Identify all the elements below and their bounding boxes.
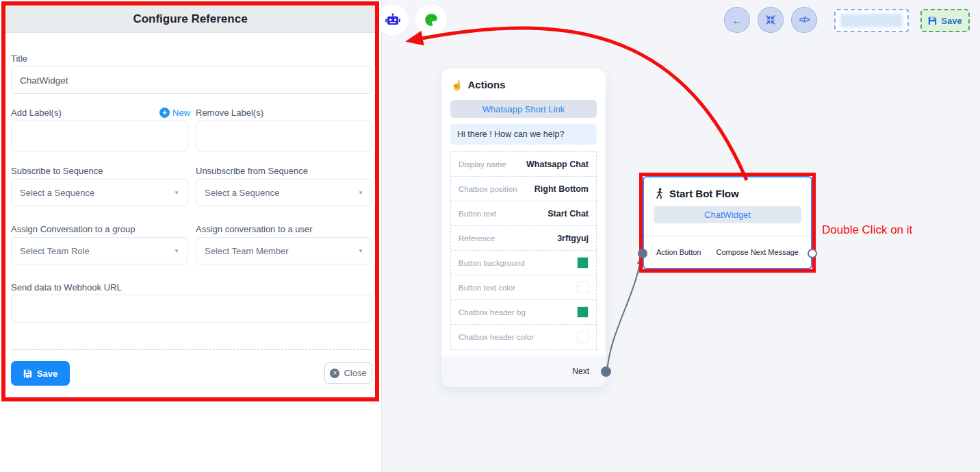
close-circle-icon: × [330,369,339,378]
save-button-label: Save [37,369,57,379]
unsubscribe-sequence-select[interactable]: Select a Sequence ▼ [196,179,372,206]
start-bot-flow-annotation-frame: Start Bot Flow ChatWidget Action Button … [639,173,816,273]
unsubscribe-sequence-label: Unsubscribe from Sequence [196,166,308,176]
add-labels-label: Add Label(s) [11,108,62,118]
assign-user-value: Select Team Member [205,246,289,256]
floppy-save-icon [928,16,937,25]
footer-divider [11,349,372,350]
flow-name-input[interactable] [834,9,909,32]
config-row-display-name: Display name Whatsapp Chat [451,152,596,177]
row-label: Chatbox position [459,185,517,193]
row-label: Display name [459,160,506,169]
action-button-port-label: Action Button [656,248,701,256]
row-label: Reference [459,234,495,243]
back-button[interactable]: ← [724,7,750,33]
add-labels-input[interactable] [11,121,188,151]
config-row-button-text: Button text Start Chat [451,201,596,226]
subscribe-sequence-value: Select a Sequence [20,188,94,198]
assign-group-select[interactable]: Select Team Role ▼ [11,237,188,264]
color-swatch[interactable] [577,306,589,318]
panel-title: Configure Reference [133,12,247,26]
widget-config-list: Display name Whatsapp Chat Chatbox posit… [450,151,597,350]
unsubscribe-sequence-value: Select a Sequence [205,188,279,198]
start-bot-flow-node[interactable]: Start Bot Flow ChatWidget Action Button … [643,176,812,269]
remove-labels-input[interactable] [196,121,372,151]
compose-next-message-output-port[interactable] [808,249,817,258]
webhook-url-input[interactable] [11,295,372,323]
actions-title: Actions [467,79,505,90]
whatsapp-short-link-button[interactable]: Whatsapp Short Link [450,100,597,118]
row-label: Button text [459,210,496,218]
plus-circle-icon: + [159,108,170,118]
row-label: Chatbox header color [459,333,534,341]
row-value: Whatsapp Chat [526,160,589,169]
fit-view-button[interactable] [758,7,784,33]
compress-icon [766,15,775,25]
action-button-input-port[interactable] [638,249,647,258]
next-output-port[interactable] [601,367,611,377]
chevron-down-icon: ▼ [358,248,363,254]
panel-header: Configure Reference [5,5,375,33]
row-value: Right Bottom [534,184,589,194]
row-label: Button text color [459,284,515,292]
webhook-url-label: Send data to Webhook URL [11,282,122,293]
title-field-label: Title [11,53,27,64]
config-row-button-text-color: Button text color [451,275,596,300]
actions-header: ☝ Actions [451,79,505,90]
color-swatch[interactable] [577,282,589,293]
row-value: 3rftgyuj [557,234,589,243]
actions-card-footer: Next [441,356,606,387]
hand-pointer-icon: ☝ [451,79,463,90]
assign-group-label: Assign Conversation to a group [11,224,135,234]
robot-icon [385,13,400,27]
new-label-link[interactable]: + New [159,108,190,118]
theme-button[interactable] [415,3,448,36]
blurred-text [840,14,903,27]
bot-settings-button[interactable] [376,3,409,36]
node-title: Start Bot Flow [669,188,739,199]
assign-user-label: Assign conversation to a user [196,224,313,234]
close-button[interactable]: × Close [324,362,372,384]
flow-save-button[interactable]: Save [920,9,970,32]
config-row-button-background: Button background [451,251,596,275]
actions-node-card[interactable]: ☝ Actions Whatsapp Short Link Hi there !… [441,69,606,387]
close-button-label: Close [344,368,366,378]
palette-icon [424,13,438,27]
node-title-row: Start Bot Flow [655,188,800,199]
compose-next-message-port-label: Compose Next Message [717,248,799,256]
assign-group-value: Select Team Role [20,246,90,256]
config-row-chatbox-header-color: Chatbox header color [451,325,596,349]
chevron-down-icon: ▼ [358,190,363,196]
code-icon: </> [799,15,809,25]
subscribe-sequence-select[interactable]: Select a Sequence ▼ [11,179,188,206]
embed-code-button[interactable]: </> [791,7,817,33]
remove-labels-label: Remove Label(s) [196,108,263,118]
arrow-left-icon: ← [732,14,743,26]
config-row-chatbox-header-bg: Chatbox header bg [451,300,596,325]
color-swatch[interactable] [577,332,589,343]
config-row-chatbox-position: Chatbox position Right Bottom [451,177,596,201]
node-footer: Action Button Compose Next Message [644,236,811,268]
node-reference-button[interactable]: ChatWidget [654,206,801,223]
double-click-annotation: Double Click on it [822,223,912,237]
row-label: Button background [459,259,525,267]
flow-save-label: Save [941,16,962,26]
row-value: Start Chat [547,209,589,219]
title-input[interactable] [11,66,372,94]
color-swatch[interactable] [577,257,589,269]
config-row-reference: Reference 3rftgyuj [451,226,596,251]
greeting-message: Hi there ! How can we help? [450,124,597,145]
save-button[interactable]: Save [11,361,70,386]
walking-person-icon [655,188,664,199]
row-label: Chatbox header bg [459,308,526,316]
chevron-down-icon: ▼ [174,248,179,254]
new-link-text: New [172,108,190,118]
subscribe-sequence-label: Subscribe to Sequence [11,166,103,176]
floppy-save-icon [23,369,32,378]
assign-user-select[interactable]: Select Team Member ▼ [196,237,372,264]
configure-reference-panel: Configure Reference Title Add Label(s) +… [0,0,382,472]
chevron-down-icon: ▼ [174,190,179,196]
next-port-label: Next [572,367,589,376]
